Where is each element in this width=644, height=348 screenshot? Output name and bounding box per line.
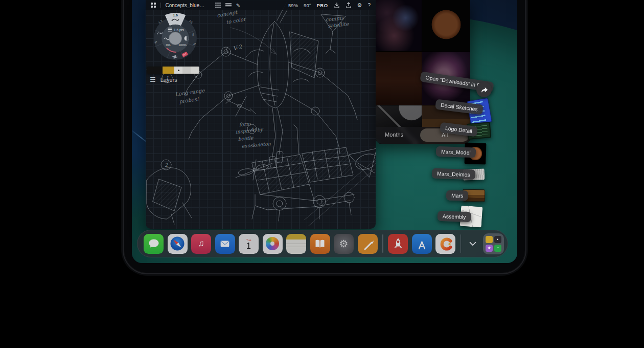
photo-mars-landscape[interactable] (376, 52, 422, 105)
concepts-c-icon (438, 236, 453, 251)
module-sketch (147, 168, 192, 224)
app-library-mini-dark: ▪ (494, 236, 501, 243)
app-library[interactable]: ▪ ★ ◔ (483, 233, 504, 254)
svg-text:Long-range: Long-range (175, 88, 206, 98)
calendar-day: 1 (246, 242, 251, 250)
pro-badge[interactable]: PRO (316, 3, 328, 8)
gallery-grid-icon[interactable] (151, 3, 156, 8)
app-linea-sketch[interactable] (358, 234, 378, 254)
app-notes[interactable] (286, 234, 306, 254)
layers-button[interactable]: ☰ Layers (150, 76, 177, 83)
svg-text:form: form (239, 121, 251, 127)
svg-text:A: A (250, 127, 254, 132)
svg-text:V-2: V-2 (233, 44, 243, 52)
app-messages[interactable] (144, 234, 164, 254)
app-app-store[interactable] (412, 234, 432, 254)
concepts-toolbar: Concepts_blue… ✎ 59% 90° PRO ⚙ ? (146, 0, 376, 10)
tool-wheel[interactable]: 1.6 1.3 3.5 8.9 ✎ ✎ ✎ 14.5 (151, 9, 200, 61)
app-library-mini-yellow (486, 236, 493, 243)
dock-divider (461, 234, 462, 253)
opacity-max-label: 100% (178, 43, 187, 47)
drag-label-mars-deimos[interactable]: Mars_Deimos (432, 168, 475, 180)
app-mail[interactable] (215, 234, 235, 254)
app-photos[interactable] (263, 234, 283, 254)
mail-envelope-icon (218, 237, 232, 250)
tab-months[interactable]: Months (385, 132, 403, 138)
app-library-mini-green: ◔ (494, 245, 501, 252)
document-title[interactable]: Concepts_blue… (166, 3, 205, 8)
stroke-size-label: 1.6 pts (174, 28, 184, 32)
books-icon (313, 236, 327, 251)
app-concepts[interactable] (435, 234, 455, 254)
line-weight-icon[interactable] (225, 3, 232, 8)
app-books[interactable] (310, 234, 330, 254)
app-store-a-icon (415, 236, 429, 251)
help-button[interactable]: ? (367, 3, 371, 8)
rotation-value[interactable]: 90° (304, 3, 311, 8)
app-library-mini-purple: ★ (486, 245, 493, 252)
dock: ♫ Tue 1 ⚙ (137, 230, 508, 257)
selected-swatch-dot (178, 70, 179, 71)
scene: concept to color comms satellite V-2 Lon… (0, 0, 644, 348)
swatch-gold[interactable] (163, 67, 174, 74)
svg-text:✎: ✎ (192, 42, 196, 46)
svg-text:✎: ✎ (154, 40, 158, 44)
app-safari[interactable] (168, 234, 188, 254)
swatch-black[interactable] (147, 67, 163, 74)
svg-text:to color: to color (225, 16, 247, 25)
toolbar-divider (160, 3, 161, 8)
pen-nib-icon[interactable]: ✎ (236, 3, 240, 8)
zoom-level[interactable]: 59% (288, 3, 298, 8)
layers-menu-icon: ☰ (150, 76, 156, 83)
layers-mini-icon (168, 28, 172, 32)
photo-blue-nebula[interactable] (376, 0, 422, 51)
settings-gear-icon[interactable]: ⚙ (357, 2, 362, 9)
app-rocket[interactable] (388, 234, 408, 254)
app-settings[interactable]: ⚙ (334, 234, 354, 254)
photos-flower-icon (266, 237, 279, 250)
drag-label-assembly[interactable]: Assembly (438, 211, 471, 222)
svg-text:exoskeleton: exoskeleton (241, 141, 271, 149)
svg-text:beetle: beetle (238, 135, 254, 142)
settings-gear-glyph: ⚙ (339, 237, 349, 250)
forward-arrow-icon (480, 86, 489, 94)
svg-text:2: 2 (165, 162, 168, 168)
rocket-icon (391, 236, 405, 251)
drag-label-mars-model[interactable]: Mars_Model (436, 146, 476, 158)
active-tool-size: 1.6 (173, 13, 178, 17)
photo-mars-globe[interactable] (422, 0, 470, 51)
chevron-down-icon (468, 241, 478, 247)
dock-divider (382, 234, 383, 253)
export-share-icon[interactable] (346, 2, 352, 8)
svg-text:satellite: satellite (328, 21, 350, 29)
safari-compass-icon (170, 236, 185, 251)
pen-icon (360, 236, 375, 251)
swatch-lightgray[interactable] (191, 67, 199, 74)
dot-grid-icon[interactable] (215, 3, 221, 8)
messages-bubble-icon (148, 237, 160, 250)
concepts-app-window[interactable]: concept to color comms satellite V-2 Lon… (146, 0, 376, 229)
opacity-min-label: 0% (166, 43, 171, 47)
app-music[interactable]: ♫ (191, 234, 211, 254)
drop-forward-button[interactable] (476, 82, 492, 97)
swatch-light-selected[interactable] (174, 67, 182, 74)
color-swatch-bar (147, 67, 199, 74)
app-calendar[interactable]: Tue 1 (239, 234, 259, 254)
dock-chevron-button[interactable] (466, 237, 479, 250)
rover-sketch (252, 125, 376, 221)
music-note-icon: ♫ (198, 238, 204, 249)
import-icon[interactable] (334, 2, 340, 8)
svg-text:probes!: probes! (178, 96, 200, 105)
svg-text:inspired by: inspired by (235, 126, 264, 135)
drag-label-mars[interactable]: Mars (446, 190, 469, 201)
layers-label: Layers (160, 77, 177, 83)
swatch-gray[interactable] (182, 67, 191, 74)
